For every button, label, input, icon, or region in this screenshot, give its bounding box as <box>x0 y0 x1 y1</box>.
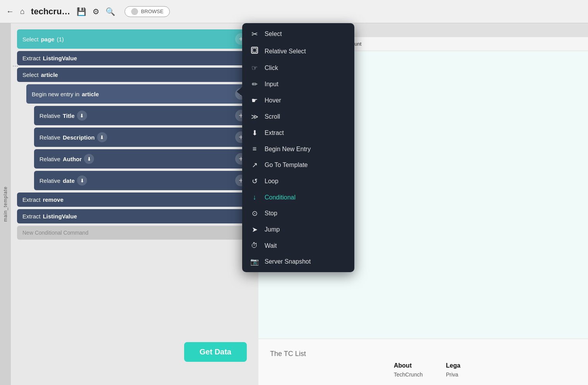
cmd-prefix: Relative <box>39 134 60 141</box>
browse-toggle[interactable]: BROWSE <box>125 6 170 17</box>
settings-icon[interactable]: ⚙ <box>92 7 99 16</box>
menu-item-jump[interactable]: ➤ Jump <box>242 221 354 238</box>
cmd-bold: article <box>82 91 99 97</box>
cmd-bold: remove <box>43 196 63 203</box>
side-label-text: main_template <box>3 186 8 222</box>
main-area: main_template ··· Select page (1) + Extr… <box>0 23 588 385</box>
dropdown-arrow <box>237 87 242 96</box>
hover-icon: ☛ <box>250 96 259 105</box>
footer-legal: Lega Priva <box>446 362 460 377</box>
menu-label-go-to-template: Go To Template <box>265 162 308 169</box>
scroll-icon: ≫ <box>250 112 259 121</box>
menu-label-conditional: Conditional <box>265 194 296 201</box>
cmd-bold: Author <box>63 156 82 162</box>
browse-label: BROWSE <box>141 9 164 14</box>
footer-legal-title: Lega <box>446 362 460 369</box>
new-conditional-row[interactable]: New Conditional Command <box>17 226 252 240</box>
menu-label-input: Input <box>265 81 279 88</box>
menu-item-wait[interactable]: ⏱ Wait <box>242 238 354 254</box>
menu-label-extract: Extract <box>265 129 284 136</box>
cmd-bold: Title <box>63 112 75 119</box>
cmd-begin-entry[interactable]: Begin new entry in article + <box>26 84 252 104</box>
stop-icon: ⊙ <box>250 209 259 218</box>
cmd-bold: article <box>41 72 58 78</box>
server-snapshot-icon: 📷 <box>250 257 259 266</box>
cmd-extract-remove[interactable]: Extract remove <box>17 192 252 207</box>
menu-label-stop: Stop <box>265 210 277 217</box>
extract-icon: ⬇ <box>97 132 107 142</box>
cmd-prefix: Extract <box>22 55 41 61</box>
loop-icon: ↺ <box>250 177 259 186</box>
menu-label-hover: Hover <box>265 97 281 104</box>
cmd-select-page[interactable]: Select page (1) + <box>17 29 252 49</box>
extract-icon: ⬇ <box>77 111 87 121</box>
extract-icon: ⬇ <box>84 154 94 164</box>
footer-about: About TechCrunch <box>394 362 423 377</box>
menu-item-hover[interactable]: ☛ Hover <box>242 92 354 109</box>
get-data-button[interactable]: Get Data <box>184 342 247 362</box>
three-dots-menu[interactable]: ··· <box>12 62 18 70</box>
cmd-prefix: Relative <box>39 112 60 119</box>
menu-label-scroll: Scroll <box>265 113 280 120</box>
relative-select-icon <box>250 46 259 56</box>
cmd-extract-listing[interactable]: Extract ListingValue <box>17 51 252 65</box>
cmd-relative-author[interactable]: Relative Author ⬇ + <box>34 149 252 169</box>
cmd-bold: ListingValue <box>43 55 77 61</box>
cmd-bold: Description <box>63 134 95 141</box>
toggle-indicator <box>131 8 138 15</box>
jump-icon: ➤ <box>250 225 259 234</box>
begin-new-entry-icon: ≡ <box>250 145 259 153</box>
svg-rect-1 <box>253 48 256 52</box>
cmd-bold: page <box>41 36 55 43</box>
go-to-template-icon: ↗ <box>250 161 259 169</box>
dropdown-menu: ✂ Select Relative Select ☞ Click ✏ Input… <box>242 23 354 272</box>
save-icon[interactable]: 💾 <box>77 7 86 16</box>
menu-item-go-to-template[interactable]: ↗ Go To Template <box>242 157 354 173</box>
browser-footer: The TC List About TechCrunch Lega Priva <box>258 339 588 385</box>
cmd-prefix: Select <box>22 36 39 43</box>
menu-item-begin-new-entry[interactable]: ≡ Begin New Entry <box>242 141 354 157</box>
search-icon[interactable]: 🔍 <box>106 7 115 16</box>
input-icon: ✏ <box>250 80 259 89</box>
menu-label-relative-select: Relative Select <box>265 48 306 55</box>
cmd-relative-date[interactable]: Relative date ⬇ + <box>34 171 252 190</box>
click-icon: ☞ <box>250 64 259 72</box>
menu-item-click[interactable]: ☞ Click <box>242 60 354 76</box>
cmd-relative-title[interactable]: Relative Title ⬇ + <box>34 106 252 125</box>
back-icon[interactable]: ← <box>6 7 14 16</box>
menu-item-conditional[interactable]: ↓ Conditional <box>242 189 354 205</box>
menu-item-stop[interactable]: ⊙ Stop <box>242 205 354 221</box>
menu-item-extract[interactable]: ⬇ Extract <box>242 125 354 141</box>
cmd-prefix: Extract <box>22 213 41 220</box>
cmd-prefix: Relative <box>39 177 60 184</box>
cmd-extract-listing2[interactable]: Extract ListingValue <box>17 209 252 223</box>
menu-item-select[interactable]: ✂ Select <box>242 26 354 43</box>
conditional-icon: ↓ <box>250 193 259 201</box>
footer-about-item: TechCrunch <box>394 371 423 378</box>
menu-label-select: Select <box>265 31 282 37</box>
footer-about-title: About <box>394 362 423 369</box>
footer-legal-item: Priva <box>446 371 460 378</box>
menu-label-jump: Jump <box>265 226 280 233</box>
extract-menu-icon: ⬇ <box>250 129 259 137</box>
menu-item-scroll[interactable]: ≫ Scroll <box>242 109 354 125</box>
menu-label-loop: Loop <box>265 178 279 185</box>
menu-label-wait: Wait <box>265 242 277 249</box>
menu-item-relative-select[interactable]: Relative Select <box>242 43 354 60</box>
app-title: techcru… <box>31 7 70 17</box>
menu-label-server-snapshot: Server Snapshot <box>265 258 311 265</box>
tc-list-label: The TC List <box>270 350 306 358</box>
toolbar: ← ⌂ techcru… 💾 ⚙ 🔍 BROWSE <box>0 0 588 23</box>
menu-item-server-snapshot[interactable]: 📷 Server Snapshot <box>242 254 354 270</box>
menu-item-input[interactable]: ✏ Input <box>242 76 354 92</box>
menu-label-begin-new-entry: Begin New Entry <box>265 146 311 153</box>
cmd-select-article[interactable]: Select article <box>17 68 252 82</box>
cmd-relative-description[interactable]: Relative Description ⬇ + <box>34 128 252 147</box>
cmd-prefix: Extract <box>22 196 41 203</box>
new-conditional-label: New Conditional Command <box>22 230 88 236</box>
extract-icon: ⬇ <box>77 175 87 186</box>
menu-item-loop[interactable]: ↺ Loop <box>242 173 354 189</box>
wait-icon: ⏱ <box>250 242 259 250</box>
home-icon[interactable]: ⌂ <box>20 7 25 16</box>
side-label-container: main_template <box>0 23 11 385</box>
